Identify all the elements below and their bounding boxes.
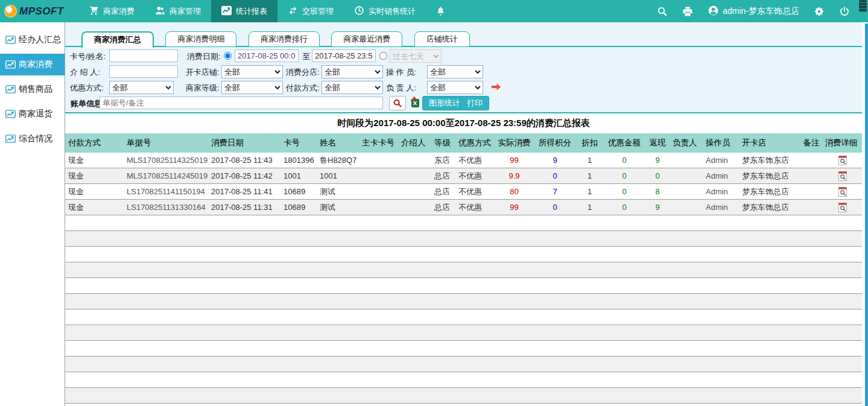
cell-consume-date: 2017-08-25 11:42 xyxy=(208,171,280,180)
user-account[interactable]: admin-梦东车饰总店 xyxy=(708,5,799,18)
sidebar-item-merchant-consume[interactable]: 商家消费 xyxy=(0,54,65,75)
main-nav: 商家消费 商家管理 统计报表 交班管理 实时销售统计 xyxy=(78,0,426,22)
cell-promo-type: 不优惠 xyxy=(455,202,495,213)
col-promo-type: 优惠方式 xyxy=(455,138,495,148)
bell-icon[interactable] xyxy=(436,6,446,16)
col-cashback: 返现 xyxy=(645,138,670,148)
sidebar-item-label: 经办人汇总 xyxy=(19,34,61,45)
view-detail-icon[interactable] xyxy=(838,203,847,212)
cell-pay-type: 现金 xyxy=(65,186,124,197)
nav-statistics-report[interactable]: 统计报表 xyxy=(211,0,277,22)
sidebar-item-overall-status[interactable]: 综合情况 xyxy=(0,128,65,150)
search-icon[interactable] xyxy=(657,6,668,17)
sidebar-item-label: 商家退货 xyxy=(19,109,52,119)
cell-open-shop: 梦东车饰总店 xyxy=(739,186,802,197)
introducer-input[interactable] xyxy=(109,65,178,78)
operator-select[interactable]: 全部 xyxy=(427,65,483,78)
top-header-bar: MPSOFT 商家消费 商家管理 统计报表 交班管理 实时销售统计 xyxy=(0,0,868,22)
quick-range-select[interactable]: 过去七天 xyxy=(390,49,442,63)
tab-bar: 商家消费汇总 商家消费明细 商家消费排行 商家最近消费 店铺统计 xyxy=(65,22,862,47)
line-chart-icon xyxy=(5,135,16,143)
table-row[interactable]: 现金 LS1708251131330164 2017-08-25 11:31 1… xyxy=(65,200,862,215)
tab-shop-statistics[interactable]: 店铺统计 xyxy=(414,31,470,47)
bill-info-input[interactable] xyxy=(100,97,383,109)
cell-promo-amount: 0 xyxy=(603,203,645,212)
col-actual-amount: 实际消费 xyxy=(495,138,534,148)
expand-arrow-icon[interactable] xyxy=(491,83,501,91)
mpsoft-logo[interactable]: MPSOFT xyxy=(0,5,72,17)
merchant-level-select[interactable]: 全部 xyxy=(221,81,283,94)
report-title: 时间段为2017-08-25 00:00至2017-08-25 23:59的消费… xyxy=(65,113,862,133)
sidebar-item-merchant-returns[interactable]: 商家退货 xyxy=(0,103,65,125)
tab-consume-detail[interactable]: 商家消费明细 xyxy=(165,31,236,47)
table-row[interactable]: 现金 MLS1708251142450195 2017-08-25 11:42 … xyxy=(65,168,862,184)
cell-points: 0 xyxy=(534,171,576,180)
cell-level: 总店 xyxy=(431,171,455,182)
scroll-indicator[interactable] xyxy=(859,0,867,12)
table-row[interactable]: 现金 LS1708251141150194 2017-08-25 11:41 1… xyxy=(65,184,862,200)
branch-select[interactable]: 全部 xyxy=(322,65,383,78)
cell-consume-date: 2017-08-25 11:31 xyxy=(208,203,280,212)
nav-shift-manage[interactable]: 交班管理 xyxy=(277,0,344,22)
col-remark: 备注 xyxy=(802,138,820,148)
sidebar-item-label: 综合情况 xyxy=(19,133,52,144)
date-from-input[interactable] xyxy=(235,49,299,62)
view-detail-icon[interactable] xyxy=(838,156,847,165)
nav-realtime-sales[interactable]: 实时销售统计 xyxy=(344,0,426,22)
tab-consume-summary[interactable]: 商家消费汇总 xyxy=(81,31,154,48)
table-row-empty xyxy=(65,357,862,372)
open-shop-select[interactable]: 全部 xyxy=(221,65,283,78)
cell-operator: Admin xyxy=(703,156,739,165)
table-row[interactable]: 现金 MLS1708251143250197 2017-08-25 11:43 … xyxy=(65,153,862,168)
cell-actual-amount: 99 xyxy=(495,156,534,165)
col-level: 等级 xyxy=(431,138,455,148)
pay-type-select[interactable]: 全部 xyxy=(322,81,383,94)
search-button[interactable] xyxy=(389,96,406,110)
cell-name: 鲁H828Q7 xyxy=(317,155,359,166)
col-introducer: 介绍人 xyxy=(398,138,431,148)
pay-type-label: 付款方式: xyxy=(286,81,320,95)
power-icon[interactable] xyxy=(839,6,850,17)
date-to-input[interactable] xyxy=(312,49,376,62)
manager-select[interactable]: 全部 xyxy=(427,81,483,94)
filter-panel: 卡号/姓名: 消费日期: 至 过去七天 介 绍 人: 开卡店铺: 全部 消费分店… xyxy=(65,47,862,113)
tab-consume-ranking[interactable]: 商家消费排行 xyxy=(249,31,320,47)
cell-card-no: 1801396 xyxy=(280,156,317,165)
date-range-radio[interactable] xyxy=(224,52,232,60)
table-row-empty xyxy=(65,215,862,231)
card-name-input[interactable] xyxy=(109,49,178,62)
promo-type-label: 优惠方式: xyxy=(70,81,104,95)
tab-recent-consume[interactable]: 商家最近消费 xyxy=(331,31,402,47)
print-icon[interactable] xyxy=(682,6,693,17)
view-detail-icon[interactable] xyxy=(838,187,847,197)
promo-type-select[interactable]: 全部 xyxy=(109,81,174,94)
cell-discount: 1 xyxy=(576,203,603,212)
quick-range-radio[interactable] xyxy=(379,52,387,60)
main-content: 商家消费汇总 商家消费明细 商家消费排行 商家最近消费 店铺统计 卡号/姓名: … xyxy=(65,22,862,406)
cell-bill-no: MLS1708251143250197 xyxy=(124,156,208,165)
view-detail-icon[interactable] xyxy=(838,171,847,181)
nav-merchant-consume[interactable]: 商家消费 xyxy=(78,0,145,22)
gear-icon[interactable] xyxy=(814,6,825,17)
consume-date-label: 消费日期: xyxy=(187,50,221,63)
table-row-empty xyxy=(65,294,862,309)
nav-merchant-manage[interactable]: 商家管理 xyxy=(145,0,211,22)
cell-pay-type: 现金 xyxy=(65,171,124,182)
print-button[interactable]: 打印 xyxy=(460,96,489,110)
cell-actual-amount: 99 xyxy=(495,203,534,212)
user-name: admin-梦东车饰总店 xyxy=(723,6,799,17)
cell-open-shop: 梦东车饰总店 xyxy=(739,202,802,213)
manager-label: 负 责 人: xyxy=(386,81,416,95)
cell-bill-no: LS1708251131330164 xyxy=(124,203,208,212)
users-icon xyxy=(155,5,165,17)
cell-name: 1001 xyxy=(317,171,359,180)
scrollbar[interactable] xyxy=(865,24,868,406)
sidebar-item-sold-goods[interactable]: 销售商品 xyxy=(0,78,65,100)
sidebar-item-operator-summary[interactable]: 经办人汇总 xyxy=(0,29,65,51)
cell-cashback: 8 xyxy=(645,187,670,196)
cell-level: 总店 xyxy=(431,202,455,213)
cell-detail xyxy=(820,156,862,165)
cell-bill-no: LS1708251141150194 xyxy=(124,187,208,196)
export-excel-icon[interactable] xyxy=(409,97,421,109)
cell-level: 总店 xyxy=(431,186,455,197)
